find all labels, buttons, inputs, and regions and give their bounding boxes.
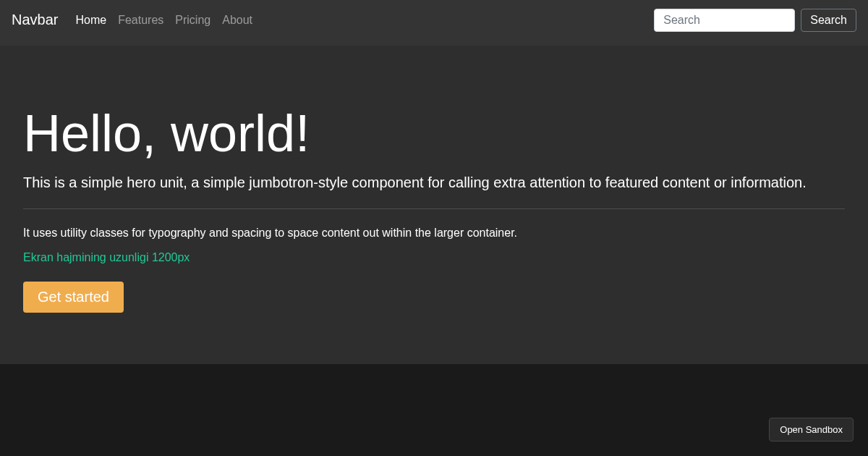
jumbotron-body: It uses utility classes for typography a… [23, 227, 845, 240]
nav-item-features[interactable]: Features [112, 8, 169, 33]
search-button[interactable]: Search [801, 9, 856, 32]
navbar-right: Search [654, 9, 856, 32]
nav-links: Home Features Pricing About [69, 8, 258, 33]
jumbotron-info: Ekran hajmining uzunligi 1200px [23, 251, 845, 264]
navbar: Navbar Home Features Pricing About Searc… [0, 0, 868, 46]
nav-link-about[interactable]: About [222, 14, 252, 26]
jumbotron-heading: Hello, world! [23, 104, 845, 163]
nav-link-features[interactable]: Features [118, 14, 163, 26]
get-started-button[interactable]: Get started [23, 282, 124, 313]
jumbotron: Hello, world! This is a simple hero unit… [0, 46, 868, 364]
navbar-brand[interactable]: Navbar [12, 6, 58, 34]
nav-item-pricing[interactable]: Pricing [169, 8, 216, 33]
nav-item-about[interactable]: About [216, 8, 258, 33]
jumbotron-lead: This is a simple hero unit, a simple jum… [23, 174, 845, 191]
nav-item-home[interactable]: Home [69, 8, 112, 33]
search-input[interactable] [654, 9, 795, 32]
nav-link-pricing[interactable]: Pricing [175, 14, 210, 26]
nav-link-home[interactable]: Home [75, 14, 106, 26]
open-sandbox-button[interactable]: Open Sandbox [769, 418, 854, 442]
navbar-left: Navbar Home Features Pricing About [12, 6, 258, 34]
jumbotron-divider [23, 208, 845, 209]
